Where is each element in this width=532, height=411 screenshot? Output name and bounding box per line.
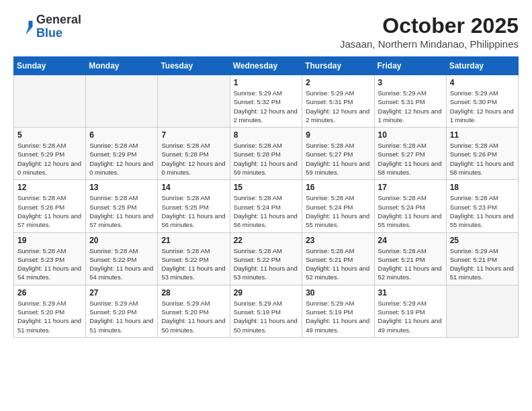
day-info: Sunrise: 5:28 AM Sunset: 5:23 PM Dayligh… bbox=[450, 193, 515, 229]
svg-marker-0 bbox=[29, 21, 33, 27]
day-number: 11 bbox=[450, 130, 515, 140]
calendar-cell: 11Sunrise: 5:28 AM Sunset: 5:26 PM Dayli… bbox=[446, 128, 518, 180]
day-info: Sunrise: 5:28 AM Sunset: 5:24 PM Dayligh… bbox=[378, 193, 443, 229]
day-number: 9 bbox=[306, 130, 370, 140]
day-info: Sunrise: 5:28 AM Sunset: 5:25 PM Dayligh… bbox=[161, 193, 226, 229]
calendar-week-row: 26Sunrise: 5:29 AM Sunset: 5:20 PM Dayli… bbox=[14, 285, 519, 337]
calendar-cell: 7Sunrise: 5:28 AM Sunset: 5:28 PM Daylig… bbox=[158, 128, 230, 180]
day-number: 1 bbox=[234, 78, 299, 87]
calendar-week-row: 12Sunrise: 5:28 AM Sunset: 5:26 PM Dayli… bbox=[14, 180, 519, 232]
day-info: Sunrise: 5:29 AM Sunset: 5:21 PM Dayligh… bbox=[450, 246, 515, 282]
calendar-cell: 20Sunrise: 5:28 AM Sunset: 5:22 PM Dayli… bbox=[86, 232, 158, 285]
calendar-cell: 6Sunrise: 5:28 AM Sunset: 5:29 PM Daylig… bbox=[86, 128, 158, 180]
calendar-cell: 27Sunrise: 5:29 AM Sunset: 5:20 PM Dayli… bbox=[86, 285, 158, 337]
calendar-week-row: 5Sunrise: 5:28 AM Sunset: 5:29 PM Daylig… bbox=[14, 128, 519, 180]
day-number: 8 bbox=[234, 130, 299, 140]
day-number: 7 bbox=[161, 130, 226, 140]
day-info: Sunrise: 5:29 AM Sunset: 5:19 PM Dayligh… bbox=[234, 299, 299, 334]
title-block: October 2025 Jasaan, Northern Mindanao, … bbox=[340, 13, 519, 50]
calendar-week-row: 19Sunrise: 5:28 AM Sunset: 5:23 PM Dayli… bbox=[14, 232, 519, 285]
calendar-cell: 3Sunrise: 5:29 AM Sunset: 5:31 PM Daylig… bbox=[374, 75, 446, 128]
day-number: 3 bbox=[378, 78, 443, 87]
day-info: Sunrise: 5:29 AM Sunset: 5:31 PM Dayligh… bbox=[378, 89, 443, 124]
day-number: 26 bbox=[17, 288, 82, 298]
day-info: Sunrise: 5:28 AM Sunset: 5:23 PM Dayligh… bbox=[17, 246, 82, 282]
day-info: Sunrise: 5:28 AM Sunset: 5:26 PM Dayligh… bbox=[17, 193, 82, 229]
month-year-title: October 2025 bbox=[340, 13, 519, 38]
calendar-cell: 19Sunrise: 5:28 AM Sunset: 5:23 PM Dayli… bbox=[14, 232, 86, 285]
day-number: 18 bbox=[450, 183, 515, 192]
day-number: 17 bbox=[378, 183, 443, 192]
calendar-cell: 15Sunrise: 5:28 AM Sunset: 5:24 PM Dayli… bbox=[230, 180, 302, 232]
day-number: 24 bbox=[378, 236, 443, 245]
day-info: Sunrise: 5:28 AM Sunset: 5:26 PM Dayligh… bbox=[450, 141, 515, 177]
day-info: Sunrise: 5:29 AM Sunset: 5:32 PM Dayligh… bbox=[234, 89, 299, 124]
day-number: 15 bbox=[234, 183, 299, 192]
logo: General Blue bbox=[13, 13, 81, 40]
weekday-header: Sunday bbox=[14, 57, 86, 75]
day-info: Sunrise: 5:29 AM Sunset: 5:19 PM Dayligh… bbox=[378, 299, 443, 334]
day-number: 6 bbox=[89, 130, 154, 140]
calendar-cell bbox=[446, 285, 518, 337]
day-number: 14 bbox=[161, 183, 226, 192]
day-number: 30 bbox=[306, 288, 370, 298]
day-info: Sunrise: 5:29 AM Sunset: 5:19 PM Dayligh… bbox=[306, 299, 370, 334]
day-number: 10 bbox=[378, 130, 443, 140]
day-number: 2 bbox=[306, 78, 370, 87]
calendar-cell: 16Sunrise: 5:28 AM Sunset: 5:24 PM Dayli… bbox=[302, 180, 374, 232]
weekday-header: Saturday bbox=[446, 57, 518, 75]
day-number: 21 bbox=[161, 236, 226, 245]
day-info: Sunrise: 5:29 AM Sunset: 5:20 PM Dayligh… bbox=[89, 299, 154, 334]
weekday-header: Tuesday bbox=[158, 57, 230, 75]
calendar-cell: 31Sunrise: 5:29 AM Sunset: 5:19 PM Dayli… bbox=[374, 285, 446, 337]
location-subtitle: Jasaan, Northern Mindanao, Philippines bbox=[340, 38, 519, 50]
calendar-cell: 24Sunrise: 5:28 AM Sunset: 5:21 PM Dayli… bbox=[374, 232, 446, 285]
calendar-cell: 2Sunrise: 5:29 AM Sunset: 5:31 PM Daylig… bbox=[302, 75, 374, 128]
calendar-cell: 17Sunrise: 5:28 AM Sunset: 5:24 PM Dayli… bbox=[374, 180, 446, 232]
day-info: Sunrise: 5:28 AM Sunset: 5:22 PM Dayligh… bbox=[161, 246, 226, 282]
day-number: 29 bbox=[234, 288, 299, 298]
calendar-cell: 9Sunrise: 5:28 AM Sunset: 5:27 PM Daylig… bbox=[302, 128, 374, 180]
day-number: 23 bbox=[306, 236, 370, 245]
day-info: Sunrise: 5:28 AM Sunset: 5:28 PM Dayligh… bbox=[234, 141, 299, 177]
logo-blue-text: Blue bbox=[36, 27, 81, 40]
day-info: Sunrise: 5:28 AM Sunset: 5:21 PM Dayligh… bbox=[306, 246, 370, 282]
calendar-cell: 12Sunrise: 5:28 AM Sunset: 5:26 PM Dayli… bbox=[14, 180, 86, 232]
calendar-cell: 26Sunrise: 5:29 AM Sunset: 5:20 PM Dayli… bbox=[14, 285, 86, 337]
day-number: 27 bbox=[89, 288, 154, 298]
calendar-cell bbox=[158, 75, 230, 128]
calendar-header-row: SundayMondayTuesdayWednesdayThursdayFrid… bbox=[14, 57, 519, 75]
calendar-cell: 22Sunrise: 5:28 AM Sunset: 5:22 PM Dayli… bbox=[230, 232, 302, 285]
day-number: 4 bbox=[450, 78, 515, 87]
page-header: General Blue October 2025 Jasaan, Northe… bbox=[13, 13, 519, 50]
day-info: Sunrise: 5:28 AM Sunset: 5:22 PM Dayligh… bbox=[234, 246, 299, 282]
day-info: Sunrise: 5:28 AM Sunset: 5:27 PM Dayligh… bbox=[306, 141, 370, 177]
calendar-cell: 13Sunrise: 5:28 AM Sunset: 5:25 PM Dayli… bbox=[86, 180, 158, 232]
calendar-cell bbox=[86, 75, 158, 128]
weekday-header: Monday bbox=[86, 57, 158, 75]
day-number: 25 bbox=[450, 236, 515, 245]
day-info: Sunrise: 5:28 AM Sunset: 5:24 PM Dayligh… bbox=[234, 193, 299, 229]
calendar-week-row: 1Sunrise: 5:29 AM Sunset: 5:32 PM Daylig… bbox=[14, 75, 519, 128]
calendar-cell: 18Sunrise: 5:28 AM Sunset: 5:23 PM Dayli… bbox=[446, 180, 518, 232]
calendar-cell: 4Sunrise: 5:29 AM Sunset: 5:30 PM Daylig… bbox=[446, 75, 518, 128]
calendar-table: SundayMondayTuesdayWednesdayThursdayFrid… bbox=[13, 56, 519, 338]
calendar-cell: 1Sunrise: 5:29 AM Sunset: 5:32 PM Daylig… bbox=[230, 75, 302, 128]
calendar-cell: 5Sunrise: 5:28 AM Sunset: 5:29 PM Daylig… bbox=[14, 128, 86, 180]
day-info: Sunrise: 5:28 AM Sunset: 5:29 PM Dayligh… bbox=[89, 141, 154, 177]
day-info: Sunrise: 5:28 AM Sunset: 5:22 PM Dayligh… bbox=[89, 246, 154, 282]
calendar-cell: 25Sunrise: 5:29 AM Sunset: 5:21 PM Dayli… bbox=[446, 232, 518, 285]
day-number: 5 bbox=[17, 130, 82, 140]
day-info: Sunrise: 5:28 AM Sunset: 5:29 PM Dayligh… bbox=[17, 141, 82, 177]
day-info: Sunrise: 5:28 AM Sunset: 5:27 PM Dayligh… bbox=[378, 141, 443, 177]
day-number: 22 bbox=[234, 236, 299, 245]
day-info: Sunrise: 5:28 AM Sunset: 5:21 PM Dayligh… bbox=[378, 246, 443, 282]
calendar-cell: 21Sunrise: 5:28 AM Sunset: 5:22 PM Dayli… bbox=[158, 232, 230, 285]
day-info: Sunrise: 5:29 AM Sunset: 5:31 PM Dayligh… bbox=[306, 89, 370, 124]
logo-general-text: General bbox=[36, 13, 81, 27]
day-number: 12 bbox=[17, 183, 82, 192]
day-number: 31 bbox=[378, 288, 443, 298]
calendar-cell: 8Sunrise: 5:28 AM Sunset: 5:28 PM Daylig… bbox=[230, 128, 302, 180]
calendar-cell bbox=[14, 75, 86, 128]
calendar-cell: 30Sunrise: 5:29 AM Sunset: 5:19 PM Dayli… bbox=[302, 285, 374, 337]
